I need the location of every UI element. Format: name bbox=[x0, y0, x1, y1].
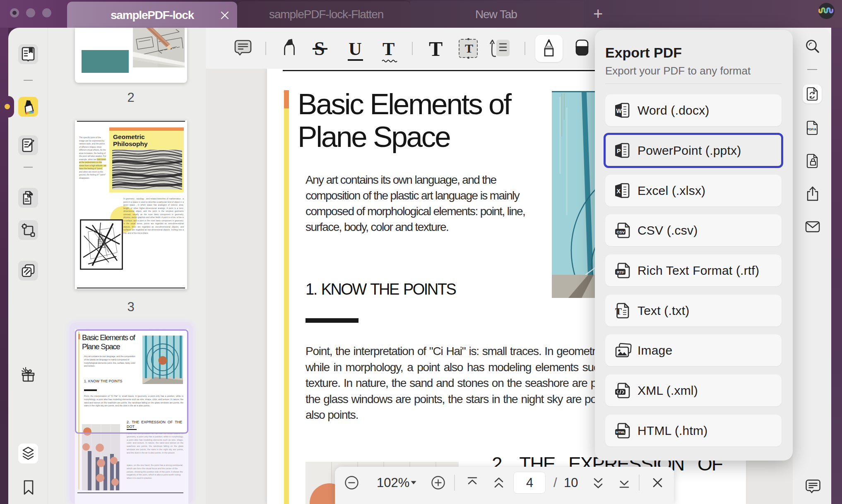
svg-text:HTML: HTML bbox=[616, 430, 625, 434]
svg-text:CSV: CSV bbox=[617, 230, 625, 234]
svg-text:PDF/A: PDF/A bbox=[807, 127, 817, 131]
svg-text:W: W bbox=[616, 108, 622, 114]
svg-text:T: T bbox=[615, 306, 622, 317]
svg-text:X: X bbox=[617, 188, 621, 194]
svg-text:RTF: RTF bbox=[617, 270, 625, 274]
